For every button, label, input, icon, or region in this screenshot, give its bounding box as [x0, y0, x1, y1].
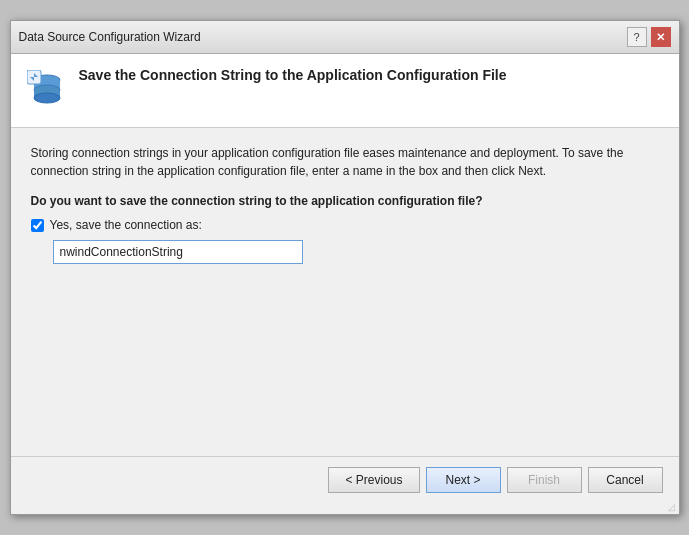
- close-button[interactable]: ✕: [651, 27, 671, 47]
- resize-icon: ◿: [668, 503, 675, 512]
- description-text: Storing connection strings in your appli…: [31, 144, 659, 180]
- close-icon: ✕: [656, 31, 665, 44]
- database-icon: [27, 70, 67, 113]
- svg-point-4: [34, 93, 60, 103]
- previous-button[interactable]: < Previous: [328, 467, 419, 493]
- title-bar-controls: ? ✕: [627, 27, 671, 47]
- main-body: Storing connection strings in your appli…: [11, 128, 679, 448]
- header-title: Save the Connection String to the Applic…: [79, 66, 507, 86]
- help-icon: ?: [633, 31, 639, 43]
- title-bar: Data Source Configuration Wizard ? ✕: [11, 21, 679, 54]
- next-button[interactable]: Next >: [426, 467, 501, 493]
- spacer: [11, 448, 679, 456]
- save-checkbox-row: Yes, save the connection as:: [31, 218, 659, 232]
- resize-area: ◿: [11, 503, 679, 514]
- header-title-container: Save the Connection String to the Applic…: [79, 66, 507, 86]
- help-button[interactable]: ?: [627, 27, 647, 47]
- footer-wrapper: < Previous Next > Finish Cancel ◿: [11, 456, 679, 514]
- footer: < Previous Next > Finish Cancel: [11, 456, 679, 503]
- checkbox-label[interactable]: Yes, save the connection as:: [50, 218, 202, 232]
- cancel-button[interactable]: Cancel: [588, 467, 663, 493]
- save-checkbox[interactable]: [31, 219, 44, 232]
- wizard-window: Data Source Configuration Wizard ? ✕: [10, 20, 680, 515]
- window-body: Save the Connection String to the Applic…: [11, 54, 679, 514]
- header-section: Save the Connection String to the Applic…: [11, 54, 679, 128]
- connection-name-input[interactable]: [53, 240, 303, 264]
- question-text: Do you want to save the connection strin…: [31, 194, 659, 208]
- finish-button[interactable]: Finish: [507, 467, 582, 493]
- window-title: Data Source Configuration Wizard: [19, 30, 201, 44]
